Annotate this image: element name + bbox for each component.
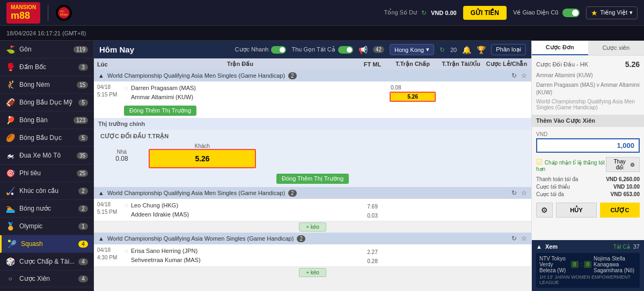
ftml-val2: 0.03	[356, 213, 389, 219]
handicap-home-val: 0.08	[391, 85, 401, 91]
fav-star-icon[interactable]: ☆	[124, 84, 129, 92]
sidebar-item-cuoc-chap[interactable]: 🎲 Cược Chấp & Tài... 4	[0, 253, 93, 271]
interface-toggle[interactable]	[562, 9, 580, 17]
group-star-btn-w[interactable]: ☆	[521, 235, 527, 242]
sidebar-item-motorbike[interactable]: 🏍 Đua Xe Mô Tô 35	[0, 147, 93, 165]
col-ftml: FT ML	[356, 61, 389, 68]
sidebar-item-bongnem[interactable]: 🤾 Bóng Ném 15	[0, 76, 93, 94]
group-refresh-btn[interactable]: ↻	[511, 72, 517, 79]
quick-bet-label: Cược Nhanh	[235, 46, 269, 53]
collapse-toggle: Thu Gọn Tất Cả	[291, 46, 353, 54]
away-col: Khách 5.26	[149, 143, 256, 168]
more-markets-button[interactable]: Đóng Thêm Thị Trường	[124, 106, 196, 116]
watch-title: Xem	[545, 243, 558, 250]
watch-teams: NTV Tokyo Verdy Beleza (W) 0 : 0 Nojima …	[539, 256, 636, 273]
bet-amount-input[interactable]	[536, 138, 640, 153]
tab-cuoc-xien[interactable]: Cược xiên	[588, 41, 645, 55]
sidebar-item-dambox[interactable]: 🥊 Đấm Bốc 3	[0, 58, 93, 76]
sidebar-item-phitieu[interactable]: 🎯 Phi tiêu 25	[0, 165, 93, 182]
sidebar-item-bongnuoc[interactable]: 🏊 Bóng nước 2	[0, 200, 93, 218]
watch-team1: NTV Tokyo Verdy Beleza (W)	[539, 256, 569, 273]
interface-area: Về Giao Diện Cũ	[513, 9, 580, 17]
boxing-icon: 🥊	[5, 63, 15, 71]
tabletennis-icon: 🏓	[5, 116, 15, 124]
sidebar-item-bongbauduc[interactable]: 🏉 Bóng Bầu Dục 5	[0, 129, 93, 147]
close-market-button[interactable]: Đóng Thêm Thị Trường	[276, 174, 349, 184]
region-button[interactable]: Hong Kong ▾	[390, 44, 434, 55]
fav-star-icon[interactable]: ☆	[124, 247, 129, 255]
vol-badge: 42	[373, 46, 384, 53]
plus-keo-button-w[interactable]: + kèo	[299, 268, 326, 277]
refresh-icon[interactable]: ↻	[421, 9, 427, 17]
fav-star-icon[interactable]: ☆	[124, 202, 129, 210]
bet-currency: VND	[536, 131, 640, 137]
max-bet-val: VND 653.00	[611, 191, 640, 197]
group-refresh-btn-2[interactable]: ↻	[511, 189, 517, 197]
tab-cuoc-don[interactable]: Cược Đơn	[532, 41, 588, 55]
settings-button[interactable]: ⚙	[536, 203, 553, 218]
group-expand-icon-2[interactable]: ▲	[98, 190, 104, 196]
right-tabs: Cược Đơn Cược xiên	[532, 41, 644, 56]
min-bet-val: VND 10.00	[613, 184, 640, 190]
market-table: CƯỢC ĐỐI ĐẦU T.TRẬN Nhà 0.08 Khách 5.26 …	[94, 130, 531, 187]
handicap-away-btn[interactable]: 5.26	[390, 92, 436, 102]
group-star-btn[interactable]: ☆	[521, 72, 527, 79]
col-handicap: T.Trận Chấp	[389, 61, 437, 68]
sub-header: 18/04/2024 16:17:21 (GMT+8)	[0, 26, 644, 41]
group-refresh-btn-w[interactable]: ↻	[511, 235, 517, 242]
group-header-women: ▲ World Championship Qualifying Asia Wom…	[94, 233, 531, 244]
classify-button[interactable]: Phân loại	[491, 44, 526, 55]
bet-competition: World Championship Qualifying Asia Men S…	[536, 99, 640, 110]
group-star-btn-2[interactable]: ☆	[521, 189, 527, 197]
match-date-2: 04/18	[97, 201, 124, 208]
gear-icon: ⚙	[630, 162, 635, 168]
bet-odds-value: 5.26	[625, 60, 640, 69]
watch-item: NTV Tokyo Verdy Beleza (W) 0 : 0 Nojima …	[536, 253, 640, 288]
group-expand-icon[interactable]: ▲	[98, 72, 104, 79]
sidebar-item-label: Bóng nước	[19, 205, 51, 212]
away-val-btn[interactable]: 5.26	[149, 149, 256, 168]
away-label: Khách	[195, 143, 210, 149]
place-bet-button[interactable]: CƯỢC	[600, 203, 640, 218]
sidebar-item-label: Olympic	[19, 222, 42, 230]
watch-all-btn[interactable]: Tất Cả	[613, 244, 630, 250]
watch-expand-icon[interactable]: ▲	[536, 243, 542, 250]
group-header-1: ▲ World Championship Qualifying Asia Men…	[94, 70, 531, 81]
interface-label: Về Giao Diện Cũ	[513, 9, 558, 16]
sidebar-item-label: Khúc côn cầu	[19, 187, 58, 195]
logo-area: MANSION m88 ACMilan	[6, 2, 72, 24]
sidebar-item-gon[interactable]: ⛳ Gôn 119	[0, 41, 93, 58]
change-button[interactable]: Thay đổi ⚙	[606, 157, 640, 172]
cancel-button[interactable]: HỦY	[556, 203, 597, 218]
summary-min-bet: Cược tối thiểu VND 10.00	[536, 184, 640, 190]
group-header-2: ▲ World Championship Qualifying Asia Men…	[94, 187, 531, 199]
sidebar-item-olympic[interactable]: 🏅 Olympic 1	[0, 218, 93, 235]
main-layout: ⛳ Gôn 119 🥊 Đấm Bốc 3 🤾 Bóng Ném 15 🏈 Bó…	[0, 41, 644, 291]
summary-max-payout: Thanh toán tối đa VND 6,260.00	[536, 176, 640, 182]
max-bet-label: Cược tối đa	[536, 191, 564, 197]
match-team2-w: ☆ Sehveetrraa Kumar (MAS)	[124, 256, 352, 265]
sidebar-item-bongbauduc-my[interactable]: 🏈 Bóng Bầu Dục Mỹ 5	[0, 94, 93, 111]
squash-icon: 🎾	[7, 240, 17, 248]
sidebar-item-label: Đua Xe Mô Tô	[19, 152, 61, 159]
bell-icon[interactable]: 🔔	[462, 46, 471, 54]
collapse-switch[interactable]	[338, 46, 353, 54]
sidebar-item-label: Đấm Bốc	[19, 63, 46, 71]
table-header: Lúc Trận Đấu FT ML T.Trận Chấp T.Trận Tà…	[94, 58, 531, 70]
group-expand-icon-w[interactable]: ▲	[98, 235, 104, 242]
sidebar-item-bongban[interactable]: 🏓 Bóng Bàn 123	[0, 111, 93, 129]
quick-bet-switch[interactable]	[271, 46, 286, 54]
sidebar-item-squash[interactable]: 🎾 Squash 4	[0, 235, 93, 253]
m88-logo: MANSION m88	[6, 2, 40, 24]
language-button[interactable]: ★ Tiếng Việt ▾	[586, 6, 638, 19]
sidebar-item-khucconcau[interactable]: 🏑 Khúc côn cầu 2	[0, 182, 93, 200]
col-cuoc: Cược Lẻ/Chẵn	[485, 61, 528, 68]
deposit-button[interactable]: GỬI TIỀN	[463, 6, 507, 20]
max-payout-val: VND 6,260.00	[606, 176, 640, 182]
refresh-icon[interactable]: ↻	[440, 46, 445, 54]
home-val: 0.08	[115, 155, 128, 162]
sidebar-item-cuoc-xien[interactable]: ○ Cược Xiên 4	[0, 271, 93, 287]
sidebar-badge: 4	[78, 258, 88, 265]
bet-icon: 🎲	[5, 257, 15, 266]
plus-keo-button-2[interactable]: + kèo	[299, 222, 326, 232]
